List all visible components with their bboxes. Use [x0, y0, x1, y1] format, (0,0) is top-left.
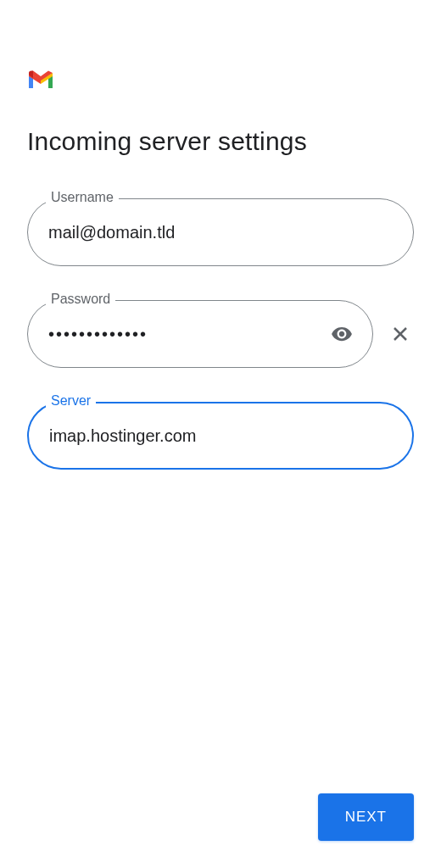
clear-password-icon[interactable]	[387, 320, 414, 348]
username-label: Username	[46, 190, 119, 205]
next-button[interactable]: NEXT	[318, 793, 414, 841]
page-title: Incoming server settings	[27, 127, 414, 156]
password-label: Password	[46, 292, 115, 307]
server-input[interactable]	[27, 402, 414, 470]
server-label: Server	[46, 393, 96, 409]
password-input[interactable]	[27, 300, 373, 368]
gmail-logo	[27, 70, 414, 93]
username-input[interactable]	[27, 198, 414, 266]
toggle-password-visibility-icon[interactable]	[331, 323, 353, 345]
